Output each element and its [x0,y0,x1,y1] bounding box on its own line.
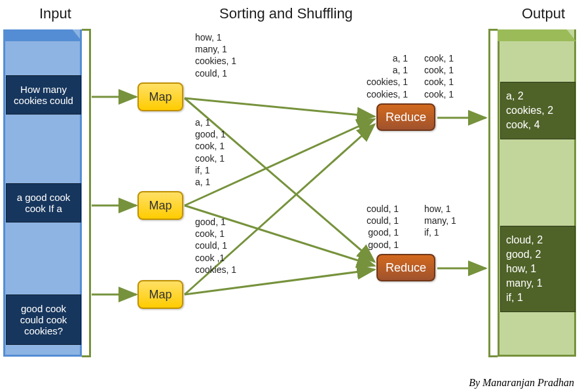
reduce-input-1b: cook, 1cook, 1cook, 1cook, 1 [424,52,454,100]
input-split-1: How many cookies could [6,75,81,115]
input-document: How many cookies could a good cook cook … [3,29,90,357]
map-node-2: Map [137,191,183,220]
credit-text: By Manaranjan Pradhan [469,377,574,389]
input-split-3: good cook could cook cookies? [6,294,81,345]
map-output-2: a, 1good, 1cook, 1cook, 1if, 1a, 1 [195,116,226,188]
reduce-node-2: Reduce [376,254,435,281]
map-node-3: Map [137,280,183,309]
map-output-1: how, 1many, 1cookies, 1could, 1 [195,31,236,79]
output-fold-icon [498,29,576,41]
output-header: Output [522,5,565,22]
input-header: Input [39,5,71,22]
input-split-2: a good cook cook If a [6,183,81,223]
reduce-node-1: Reduce [376,103,435,131]
input-bracket [82,29,91,357]
reduce-input-1a: a, 1a, 1cookies, 1cookies, 1 [367,52,408,100]
reduce-input-2a: could, 1could, 1good, 1good, 1 [367,203,399,251]
shuffle-header: Sorting and Shuffling [219,5,353,22]
map-node-1: Map [137,82,183,111]
svg-line-3 [185,98,374,116]
output-block-1: a, 2 cookies, 2 cook, 4 [500,82,575,139]
output-document: a, 2 cookies, 2 cook, 4 cloud, 2 good, 2… [498,29,577,357]
input-fold-icon [3,29,82,41]
output-bracket [488,29,498,357]
reduce-input-2b: how, 1many, 1if, 1 [424,203,456,239]
output-block-2: cloud, 2 good, 2 how, 1 many, 1 if, 1 [500,226,575,312]
map-output-3: good, 1cook, 1could, 1cook ,1cookies, 1 [195,216,236,276]
